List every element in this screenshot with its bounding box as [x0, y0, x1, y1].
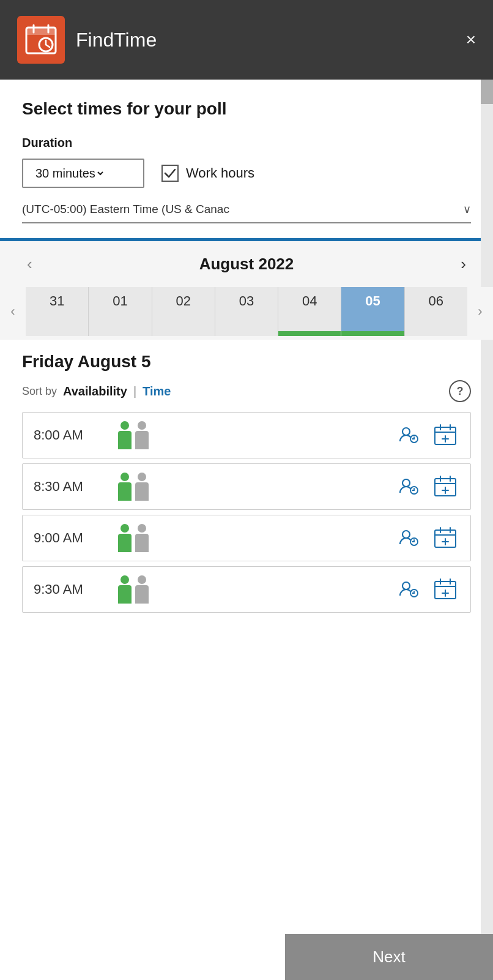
- timezone-row[interactable]: (UTC-05:00) Eastern Time (US & Canac ∨: [22, 203, 471, 223]
- day-cell-06[interactable]: 06: [405, 287, 467, 336]
- attendee-status-icon[interactable]: [395, 575, 423, 604]
- prev-day-button[interactable]: ‹: [0, 287, 26, 336]
- timezone-text: (UTC-05:00) Eastern Time (US & Canac: [22, 203, 229, 216]
- people-icons: [118, 473, 384, 501]
- day-cell-03[interactable]: 03: [215, 287, 278, 336]
- sort-label: Sort by: [22, 385, 57, 398]
- selected-day-heading: Friday August 5: [22, 340, 471, 380]
- day-number: 01: [113, 293, 127, 309]
- svg-point-17: [402, 479, 410, 487]
- time-slots-list: 8:00 AM: [22, 412, 471, 613]
- logo-icon: [17, 16, 65, 64]
- main-content: Select times for your poll Duration 30 m…: [0, 80, 493, 679]
- time-label: 8:00 AM: [34, 427, 107, 443]
- calendar-add-icon[interactable]: [431, 473, 459, 501]
- sort-divider: |: [133, 384, 136, 398]
- month-year: August 2022: [199, 255, 294, 274]
- sort-availability[interactable]: Availability: [63, 384, 127, 398]
- sort-row: Sort by Availability | Time ?: [22, 380, 471, 402]
- people-icons: [118, 421, 384, 449]
- slot-actions: [395, 524, 459, 552]
- person-unavailable-icon: [135, 421, 149, 449]
- time-slot-900am: 9:00 AM: [22, 515, 471, 561]
- bottom-bar: Next: [0, 934, 493, 980]
- page-title: Select times for your poll: [22, 99, 471, 119]
- day-cell-01[interactable]: 01: [89, 287, 152, 336]
- attendee-status-icon[interactable]: [395, 473, 423, 501]
- next-day-button[interactable]: ›: [467, 287, 493, 336]
- person-available-icon: [118, 421, 132, 449]
- day-cell-02[interactable]: 02: [152, 287, 215, 336]
- slot-actions: [395, 575, 459, 604]
- calendar-add-icon[interactable]: [431, 575, 459, 604]
- day-cell-05[interactable]: 05: [341, 287, 404, 336]
- app-header: FindTime ×: [0, 0, 493, 80]
- attendee-status-icon[interactable]: [395, 524, 423, 552]
- time-label: 9:00 AM: [34, 530, 107, 546]
- calendar-nav: ‹ August 2022 ›: [0, 241, 493, 287]
- people-icons: [118, 524, 384, 552]
- person-available-icon: [118, 524, 132, 552]
- svg-line-6: [46, 45, 50, 47]
- day-cell-04[interactable]: 04: [278, 287, 341, 336]
- day-number: 03: [239, 293, 254, 309]
- duration-row: 30 minutes 15 minutes 45 minutes 1 hour …: [22, 159, 471, 188]
- next-button[interactable]: Next: [285, 934, 493, 980]
- person-unavailable-icon: [135, 473, 149, 501]
- slot-actions: [395, 421, 459, 449]
- calendar-add-icon[interactable]: [431, 421, 459, 449]
- duration-dropdown[interactable]: 30 minutes 15 minutes 45 minutes 1 hour …: [33, 166, 105, 181]
- time-slot-800am: 8:00 AM: [22, 412, 471, 458]
- person-available-icon: [118, 575, 132, 604]
- next-month-button[interactable]: ›: [456, 252, 471, 276]
- workhours-checkbox[interactable]: [161, 165, 179, 182]
- day-number: 05: [365, 293, 380, 309]
- app-title: FindTime: [76, 29, 157, 51]
- app-logo: FindTime: [17, 16, 157, 64]
- workhours-row: Work hours: [161, 165, 254, 182]
- scrollbar-thumb[interactable]: [481, 80, 493, 104]
- day-strip: 31 01 02 03 04 05 06: [26, 287, 467, 336]
- person-unavailable-icon: [135, 575, 149, 604]
- day-cell-31[interactable]: 31: [26, 287, 89, 336]
- people-icons: [118, 575, 384, 604]
- timezone-chevron-icon: ∨: [463, 203, 471, 216]
- calendar-add-icon[interactable]: [431, 524, 459, 552]
- day-number: 06: [429, 293, 443, 309]
- scrollbar-track[interactable]: [481, 80, 493, 980]
- svg-point-7: [402, 428, 410, 435]
- duration-label: Duration: [22, 136, 471, 150]
- person-available-icon: [118, 473, 132, 501]
- sort-time[interactable]: Time: [143, 384, 171, 398]
- time-label: 9:30 AM: [34, 582, 107, 597]
- svg-point-37: [402, 582, 410, 589]
- svg-rect-1: [26, 28, 56, 35]
- day-number: 04: [302, 293, 317, 309]
- slot-actions: [395, 473, 459, 501]
- help-button[interactable]: ?: [449, 380, 471, 402]
- close-button[interactable]: ×: [466, 31, 476, 48]
- svg-point-27: [402, 531, 410, 538]
- prev-month-button[interactable]: ‹: [22, 252, 37, 276]
- person-unavailable-icon: [135, 524, 149, 552]
- time-slot-830am: 8:30 AM: [22, 463, 471, 510]
- workhours-label: Work hours: [186, 165, 254, 181]
- day-strip-wrapper: ‹ 31 01 02 03 04 05 06 ›: [0, 287, 493, 340]
- day-number: 31: [50, 293, 64, 309]
- time-slot-930am: 9:30 AM: [22, 566, 471, 613]
- duration-select[interactable]: 30 minutes 15 minutes 45 minutes 1 hour …: [22, 159, 144, 188]
- attendee-status-icon[interactable]: [395, 421, 423, 449]
- day-number: 02: [176, 293, 190, 309]
- time-label: 8:30 AM: [34, 479, 107, 495]
